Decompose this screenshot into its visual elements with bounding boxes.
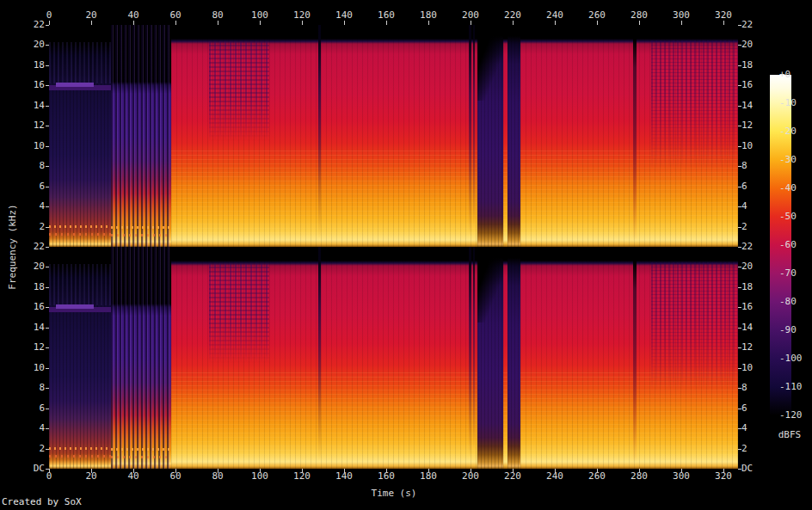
- time-tick-top: [175, 21, 176, 25]
- freq-tick-left: [46, 206, 49, 207]
- time-tick-label-top: 120: [293, 10, 311, 21]
- time-tick-top: [555, 21, 556, 25]
- segment-late-tint: [651, 262, 738, 391]
- segment-breakdown-1: [477, 25, 503, 247]
- colorbar-tick-label: -120: [779, 410, 803, 421]
- segment-breakdown-2: [508, 25, 520, 247]
- time-tick-bottom: [723, 469, 724, 473]
- freq-tick-label-left: 16: [0, 80, 45, 90]
- freq-tick-right: [738, 25, 741, 26]
- striation-t278: [633, 247, 637, 469]
- time-tick-bottom: [681, 469, 682, 473]
- colorbar-tick-label: -60: [779, 240, 797, 250]
- freq-tick-label-right: 4: [741, 201, 778, 212]
- freq-tick-label-right: 6: [741, 403, 778, 414]
- striation-t128: [318, 247, 321, 469]
- freq-tick-label-left: 10: [0, 141, 45, 151]
- time-tick-label-top: 100: [251, 10, 268, 21]
- freq-tick-left: [46, 469, 49, 470]
- colorbar-tick-label: -80: [779, 297, 797, 307]
- striation-t278: [633, 25, 637, 247]
- time-tick-bottom: [639, 469, 640, 473]
- freq-tick-label-left: 18: [0, 282, 45, 292]
- freq-tick-label-left: 22: [0, 20, 45, 30]
- time-tick-top: [302, 21, 303, 25]
- time-tick-label-top: 320: [715, 10, 732, 21]
- freq-tick-right: [738, 347, 741, 348]
- freq-tick-label-right: 2: [741, 222, 778, 232]
- striation-t199: [469, 247, 471, 469]
- time-tick-label-top: 160: [378, 10, 395, 21]
- segment-quiet-intro: [49, 247, 111, 469]
- freq-tick-label-right: 10: [741, 363, 778, 373]
- freq-tick-label-left: 16: [0, 302, 45, 312]
- time-tick-label-top: 260: [588, 10, 606, 21]
- freq-tick-label-right: 18: [741, 282, 778, 292]
- colorbar-tick-label: -70: [779, 268, 797, 279]
- segment-late-tint: [651, 40, 738, 169]
- colorbar-tick-label: -40: [779, 183, 797, 194]
- freq-tick-right: [738, 428, 741, 429]
- freq-tick-right: [738, 187, 741, 187]
- freq-tick-right: [738, 85, 741, 86]
- freq-tick-right: [738, 267, 741, 267]
- time-tick-bottom: [218, 469, 218, 473]
- freq-tick-right: [738, 307, 741, 308]
- freq-tick-left: [46, 347, 49, 348]
- freq-tick-left: [46, 85, 49, 86]
- segment-breakdown-1: [477, 247, 503, 469]
- freq-tick-right: [738, 287, 741, 288]
- segment-high-freq-texture: [209, 42, 269, 141]
- freq-tick-label-right: 18: [741, 60, 778, 71]
- freq-tick-left: [46, 247, 49, 248]
- segment-breakdown-2: [508, 247, 520, 469]
- freq-tick-right: [738, 247, 741, 248]
- time-tick-label-top: 40: [127, 10, 138, 21]
- spectrogram-panel-channel-2: [49, 247, 738, 469]
- freq-tick-label-right: 20: [741, 261, 778, 272]
- freq-tick-left: [46, 307, 49, 308]
- freq-tick-label-right: 14: [741, 101, 778, 111]
- freq-tick-label-left: 14: [0, 101, 45, 111]
- time-tick-label-top: 300: [673, 10, 690, 21]
- time-tick-label-top: 180: [420, 10, 437, 21]
- colorbar-tick-label: -90: [779, 325, 797, 335]
- freq-tick-label-left: 4: [0, 423, 45, 433]
- time-tick-label-top: 200: [462, 10, 479, 21]
- freq-tick-left: [46, 166, 49, 167]
- striation-t201: [473, 247, 475, 469]
- sox-spectrogram-window: { "footer": { "credit": "Created by SoX"…: [0, 0, 812, 510]
- freq-tick-left: [46, 106, 49, 107]
- freq-tick-right: [738, 65, 741, 66]
- time-tick-bottom: [91, 469, 92, 473]
- freq-tick-right: [738, 409, 741, 409]
- freq-tick-right: [738, 469, 741, 470]
- freq-tick-label-left: 20: [0, 261, 45, 272]
- time-tick-label-top: 140: [335, 10, 353, 21]
- freq-tick-right: [738, 126, 741, 126]
- time-tick-bottom: [471, 469, 471, 473]
- time-tick-top: [91, 21, 92, 25]
- freq-tick-right: [738, 328, 741, 329]
- freq-tick-label-right: 22: [741, 20, 778, 30]
- striation-t199: [469, 25, 471, 247]
- segment-quiet-intro: [49, 25, 111, 247]
- colorbar-tick-label: -50: [779, 212, 797, 222]
- time-tick-top: [49, 21, 50, 25]
- time-tick-bottom: [555, 469, 556, 473]
- freq-tick-label-right: 8: [741, 383, 778, 393]
- time-tick-label-top: 240: [546, 10, 563, 21]
- freq-tick-label-right: 10: [741, 141, 778, 151]
- freq-tick-left: [46, 368, 49, 369]
- freq-tick-left: [46, 25, 49, 26]
- freq-tick-right: [738, 206, 741, 207]
- freq-tick-label-right: 12: [741, 342, 778, 353]
- freq-tick-label-left: 18: [0, 60, 45, 71]
- freq-tick-label-right: 16: [741, 302, 778, 312]
- time-tick-top: [471, 21, 471, 25]
- time-tick-bottom: [260, 469, 261, 473]
- freq-tick-left: [46, 146, 49, 147]
- freq-tick-right: [738, 368, 741, 369]
- time-tick-bottom: [175, 469, 176, 473]
- segment-striped-verse: [111, 247, 171, 469]
